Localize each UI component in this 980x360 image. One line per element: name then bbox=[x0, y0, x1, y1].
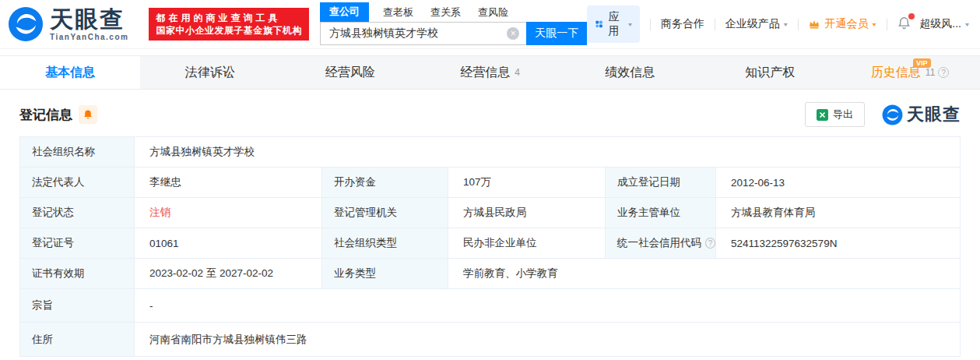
search-tab-boss[interactable]: 查老板 bbox=[383, 5, 413, 22]
logo-domain: TianYanCha.com bbox=[50, 34, 128, 41]
tab-operational-risk[interactable]: 经营风险 bbox=[280, 56, 420, 89]
table-label: 社会组织名称 bbox=[20, 137, 135, 168]
table-label: 登记证号 bbox=[20, 228, 135, 259]
export-button[interactable]: 导出 bbox=[805, 102, 865, 127]
chevron-down-icon: ▾ bbox=[784, 21, 788, 28]
apps-menu[interactable]: 应用 ▾ bbox=[587, 5, 640, 43]
table-label: 开办资金 bbox=[322, 168, 448, 198]
table-label: 住所 bbox=[20, 323, 135, 356]
section-title: 登记信息 bbox=[19, 106, 72, 124]
search-input[interactable] bbox=[320, 22, 526, 45]
nav-user-menu[interactable]: 超级风... ▾ bbox=[919, 17, 969, 31]
notifications-bell[interactable] bbox=[897, 16, 912, 33]
registration-section-header: 登记信息 导出 天眼查 bbox=[19, 102, 961, 127]
nav-divider bbox=[887, 19, 887, 30]
tab-performance-info[interactable]: 绩效信息 bbox=[560, 56, 700, 89]
subscribe-bell-button[interactable] bbox=[79, 105, 97, 124]
help-icon[interactable]: ? bbox=[938, 67, 949, 78]
nav-divider bbox=[798, 19, 799, 30]
registration-table: 社会组织名称 方城县独树镇英才学校 法定代表人 李继忠 开办资金 107万 成立… bbox=[19, 136, 961, 357]
nav-divider bbox=[715, 19, 715, 30]
search-tab-risk[interactable]: 查风险 bbox=[478, 5, 508, 22]
enterprise-label: 企业级产品 bbox=[725, 17, 780, 31]
table-value: 学前教育、小学教育 bbox=[448, 259, 960, 289]
table-label: 成立登记日期 bbox=[606, 168, 716, 198]
tab-label: 知识产权 bbox=[745, 65, 795, 81]
export-label: 导出 bbox=[833, 108, 853, 122]
table-value: 方城县教育体育局 bbox=[716, 198, 960, 228]
tab-label: 基本信息 bbox=[45, 65, 95, 81]
table-value: 方城县民政局 bbox=[448, 198, 606, 228]
search-button[interactable]: 天眼一下 bbox=[526, 22, 587, 45]
promo-badge: 都在用的商业查询工具 国家中小企业发展子基金旗下机构 bbox=[149, 8, 309, 41]
table-label: 登记状态 bbox=[20, 198, 135, 228]
tab-intellectual-property[interactable]: 知识产权 bbox=[700, 56, 840, 89]
search-tab-relation[interactable]: 查关系 bbox=[430, 5, 461, 22]
nav-cooperation[interactable]: 商务合作 bbox=[661, 17, 704, 31]
company-tabbar: 基本信息 法律诉讼 经营风险 经营信息 4 绩效信息 知识产权 VIP 历史信息… bbox=[0, 55, 980, 90]
nav-open-membership[interactable]: 开通会员 ▾ bbox=[808, 17, 876, 31]
nav-divider bbox=[650, 19, 651, 30]
tab-business-info[interactable]: 经营信息 4 bbox=[420, 56, 560, 89]
table-value: 李继忠 bbox=[135, 168, 322, 198]
table-value: 河南省南阳市方城县独树镇伟三路 bbox=[135, 323, 960, 356]
tab-label: 法律诉讼 bbox=[185, 65, 235, 81]
table-value: 2012-06-13 bbox=[716, 168, 960, 198]
table-value: - bbox=[135, 289, 960, 323]
membership-label: 开通会员 bbox=[824, 17, 868, 31]
apps-grid-icon bbox=[595, 18, 603, 30]
clear-icon[interactable]: × bbox=[507, 27, 519, 40]
table-label: 业务主管单位 bbox=[606, 198, 716, 228]
user-label: 超级风... bbox=[919, 17, 961, 31]
logo-swirl-icon bbox=[882, 104, 903, 125]
tab-count: 4 bbox=[515, 67, 520, 78]
chevron-down-icon: ▾ bbox=[872, 21, 876, 28]
logo-name: 天眼查 bbox=[50, 8, 128, 31]
excel-icon bbox=[817, 109, 828, 121]
table-value: 民办非企业单位 bbox=[448, 228, 606, 259]
vip-badge: VIP bbox=[913, 58, 931, 68]
tab-legal-proceedings[interactable]: 法律诉讼 bbox=[140, 56, 280, 89]
table-label: 业务类型 bbox=[322, 259, 448, 289]
tab-label: 经营信息 bbox=[460, 65, 510, 81]
apps-label: 应用 bbox=[608, 10, 623, 38]
table-label: 社会组织类型 bbox=[322, 228, 448, 259]
tianyancha-logo[interactable]: 天眼查 TianYanCha.com bbox=[8, 6, 128, 42]
top-header: 天眼查 TianYanCha.com 都在用的商业查询工具 国家中小企业发展子基… bbox=[0, 0, 980, 49]
status-badge: 注销 bbox=[135, 198, 322, 228]
promo-line1: 都在用的商业查询工具 bbox=[156, 12, 302, 24]
table-label: 证书有效期 bbox=[20, 259, 135, 289]
search-area: 查公司 查老板 查关系 查风险 × 天眼一下 bbox=[320, 4, 587, 45]
crown-icon bbox=[808, 18, 820, 30]
chevron-down-icon: ▾ bbox=[965, 21, 969, 28]
notification-dot bbox=[908, 13, 915, 19]
table-value: 01061 bbox=[135, 228, 322, 259]
cooperation-label: 商务合作 bbox=[661, 17, 704, 31]
header-nav: 应用 ▾ 商务合作 企业级产品 ▾ 开通会员 ▾ bbox=[587, 5, 969, 43]
bell-icon bbox=[83, 109, 93, 120]
promo-line2: 国家中小企业发展子基金旗下机构 bbox=[156, 24, 302, 37]
search-tabs: 查公司 查老板 查关系 查风险 bbox=[320, 4, 587, 22]
table-label: 登记管理机关 bbox=[322, 198, 448, 228]
nav-enterprise-products[interactable]: 企业级产品 ▾ bbox=[725, 17, 788, 31]
table-label: 法定代表人 bbox=[20, 168, 135, 198]
table-value: 52411322597632579N bbox=[716, 228, 960, 259]
table-label-text: 统一社会信用代码 bbox=[617, 236, 701, 250]
search-tab-company[interactable]: 查公司 bbox=[320, 2, 369, 22]
logo-swirl-icon bbox=[8, 6, 44, 42]
tab-label: 经营风险 bbox=[325, 65, 375, 81]
chevron-down-icon: ▾ bbox=[628, 21, 632, 28]
tab-label: 绩效信息 bbox=[605, 65, 655, 81]
tab-history-info[interactable]: VIP 历史信息 11 ? bbox=[840, 56, 980, 89]
table-value: 方城县独树镇英才学校 bbox=[135, 137, 960, 168]
table-label: 宗旨 bbox=[20, 289, 135, 323]
table-value: 2023-02-02 至 2027-02-02 bbox=[135, 259, 322, 289]
tab-count: 11 bbox=[926, 67, 935, 78]
help-icon[interactable]: ? bbox=[705, 238, 715, 249]
watermark-logo: 天眼查 bbox=[882, 103, 961, 126]
watermark-text: 天眼查 bbox=[907, 103, 961, 126]
tab-basic-info[interactable]: 基本信息 bbox=[0, 56, 140, 89]
table-value: 107万 bbox=[448, 168, 606, 198]
table-label: 统一社会信用代码 ? bbox=[606, 228, 716, 259]
